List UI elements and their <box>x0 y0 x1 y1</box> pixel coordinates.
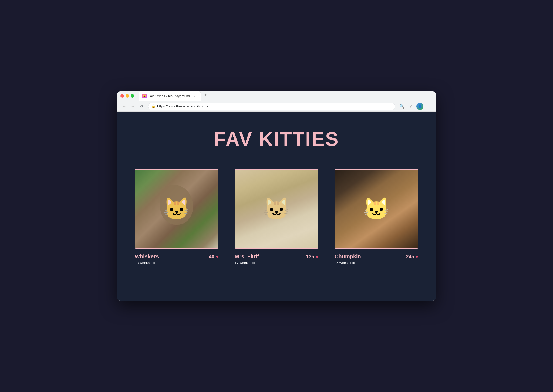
tab-close-button[interactable]: × <box>193 94 197 98</box>
cat-photo-chumpkin <box>335 170 418 248</box>
heart-icon-mrsfluff: ♥ <box>316 255 319 259</box>
tab-title: Fav Kitties Glitch Playground <box>148 94 190 98</box>
new-tab-button[interactable]: + <box>202 91 210 99</box>
tabs-area: 🐱 Fav Kitties Glitch Playground × + <box>139 91 433 101</box>
page-title: FAV KITTIES <box>214 128 339 150</box>
title-bar: 🐱 Fav Kitties Glitch Playground × + <box>117 91 436 101</box>
toolbar-right: 🔍 ☆ 👤 ⋮ <box>398 103 433 110</box>
tab-favicon: 🐱 <box>142 94 147 98</box>
cat-likes-count-whiskers: 40 <box>209 254 214 260</box>
cat-name-mrsfluff: Mrs. Fluff <box>235 254 306 260</box>
cats-grid: Whiskers 13 weeks old 40 ♥ Mrs. Fluff <box>128 169 425 265</box>
cat-image-chumpkin[interactable] <box>335 169 418 249</box>
reload-button[interactable]: ↺ <box>138 103 145 110</box>
minimize-button[interactable] <box>126 94 129 98</box>
cat-card-whiskers: Whiskers 13 weeks old 40 ♥ <box>135 169 218 265</box>
cat-photo-whiskers <box>135 170 218 248</box>
cat-info-whiskers: Whiskers 13 weeks old 40 ♥ <box>135 254 218 265</box>
cat-info-chumpkin: Chumpkin 35 weeks old 245 ♥ <box>335 254 418 265</box>
cat-name-whiskers: Whiskers <box>135 254 209 260</box>
cat-age-mrsfluff: 17 weeks old <box>235 261 306 265</box>
cat-details-whiskers: Whiskers 13 weeks old <box>135 254 209 265</box>
cat-details-mrsfluff: Mrs. Fluff 17 weeks old <box>235 254 306 265</box>
bookmark-icon[interactable]: ☆ <box>407 103 415 110</box>
maximize-button[interactable] <box>131 94 134 98</box>
back-button[interactable]: ← <box>120 103 128 110</box>
cat-photo-mrsfluff <box>235 170 318 248</box>
browser-window: 🐱 Fav Kitties Glitch Playground × + ← → … <box>117 91 436 301</box>
search-icon[interactable]: 🔍 <box>398 103 406 110</box>
heart-icon-chumpkin: ♥ <box>416 255 419 259</box>
url-text: https://fav-kitties-starter.glitch.me <box>157 104 208 108</box>
cat-card-chumpkin: Chumpkin 35 weeks old 245 ♥ <box>335 169 418 265</box>
close-button[interactable] <box>120 94 124 98</box>
cat-likes-count-mrsfluff: 135 <box>306 254 314 260</box>
cat-image-mrsfluff[interactable] <box>235 169 318 249</box>
cat-age-chumpkin: 35 weeks old <box>335 261 406 265</box>
cat-image-whiskers[interactable] <box>135 169 218 249</box>
lock-icon: 🔒 <box>151 104 156 108</box>
cat-card-mrsfluff: Mrs. Fluff 17 weeks old 135 ♥ <box>235 169 318 265</box>
heart-icon-whiskers: ♥ <box>216 255 219 259</box>
traffic-lights <box>120 94 134 98</box>
cat-likes-count-chumpkin: 245 <box>406 254 414 260</box>
url-bar[interactable]: 🔒 https://fav-kitties-starter.glitch.me <box>148 103 395 110</box>
cat-name-chumpkin: Chumpkin <box>335 254 406 260</box>
cat-likes-whiskers[interactable]: 40 ♥ <box>209 254 218 260</box>
more-icon[interactable]: ⋮ <box>425 103 433 110</box>
cat-likes-mrsfluff[interactable]: 135 ♥ <box>306 254 318 260</box>
cat-details-chumpkin: Chumpkin 35 weeks old <box>335 254 406 265</box>
cat-likes-chumpkin[interactable]: 245 ♥ <box>406 254 418 260</box>
cat-info-mrsfluff: Mrs. Fluff 17 weeks old 135 ♥ <box>235 254 318 265</box>
cat-age-whiskers: 13 weeks old <box>135 261 209 265</box>
forward-button[interactable]: → <box>129 103 137 110</box>
nav-buttons: ← → ↺ <box>120 103 145 110</box>
address-bar: ← → ↺ 🔒 https://fav-kitties-starter.glit… <box>117 101 436 112</box>
webpage-content: FAV KITTIES Whiskers 13 weeks old 40 ♥ <box>117 112 436 301</box>
avatar[interactable]: 👤 <box>416 103 423 110</box>
active-tab[interactable]: 🐱 Fav Kitties Glitch Playground × <box>139 91 201 101</box>
